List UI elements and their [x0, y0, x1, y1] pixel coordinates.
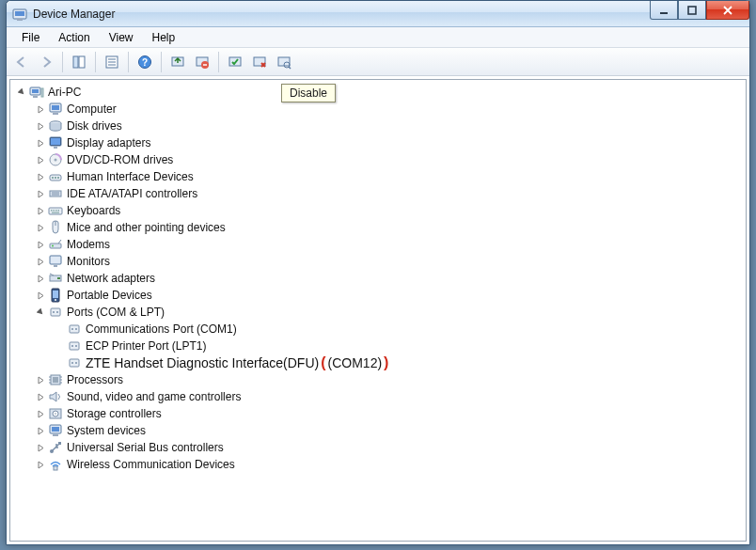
uninstall-button[interactable] — [191, 51, 213, 73]
expand-icon[interactable] — [35, 137, 46, 149]
separator — [218, 52, 219, 72]
expand-icon[interactable] — [35, 103, 46, 115]
svg-line-21 — [289, 67, 291, 69]
sound-icon — [48, 389, 63, 404]
toolbar: ? — [7, 48, 749, 76]
enable-button[interactable] — [224, 51, 246, 73]
menubar: File Action View Help — [7, 27, 749, 48]
category-ports[interactable]: Ports (COM & LPT) — [29, 304, 746, 321]
category-mice[interactable]: Mice and other pointing devices — [29, 219, 746, 236]
port-icon — [67, 355, 82, 370]
expand-icon[interactable] — [35, 273, 46, 284]
properties-button[interactable] — [101, 51, 123, 73]
expand-icon[interactable] — [35, 391, 46, 402]
expand-icon[interactable] — [35, 442, 46, 453]
svg-text:?: ? — [142, 57, 148, 68]
maximize-button[interactable] — [678, 1, 706, 20]
expand-icon[interactable] — [35, 120, 46, 132]
category-usb[interactable]: Universal Serial Bus controllers — [29, 439, 746, 456]
category-portable[interactable]: Portable Devices — [29, 287, 746, 304]
ide-icon — [48, 186, 63, 201]
collapse-icon[interactable] — [16, 86, 27, 98]
disable-button[interactable] — [248, 51, 271, 73]
update-driver-button[interactable] — [166, 51, 189, 73]
svg-rect-5 — [73, 56, 78, 68]
svg-rect-4 — [688, 7, 696, 14]
annotation-paren-left: ( — [319, 354, 327, 371]
titlebar[interactable]: Device Manager — [7, 1, 749, 27]
separator — [128, 52, 129, 72]
svg-rect-1 — [15, 11, 24, 16]
separator — [62, 52, 63, 72]
computer-icon — [29, 85, 44, 100]
separator — [95, 52, 96, 72]
category-dvd[interactable]: DVD/CD-ROM drives — [29, 151, 746, 168]
menu-help[interactable]: Help — [143, 29, 185, 46]
expand-icon[interactable] — [35, 222, 46, 233]
expand-icon[interactable] — [35, 171, 46, 182]
port-icon — [67, 322, 82, 337]
window-controls — [650, 1, 749, 20]
expand-icon[interactable] — [35, 374, 46, 385]
back-button[interactable] — [10, 51, 33, 73]
hid-icon — [48, 169, 63, 184]
expand-icon[interactable] — [35, 408, 46, 419]
disk-icon — [48, 118, 63, 134]
network-icon — [48, 271, 63, 286]
computer-icon — [48, 102, 63, 117]
category-keyboards[interactable]: Keyboards — [29, 202, 746, 219]
category-sound[interactable]: Sound, video and game controllers — [29, 388, 746, 405]
modem-icon — [48, 237, 63, 252]
dvd-icon — [48, 152, 63, 167]
wireless-icon — [48, 457, 63, 472]
expand-icon[interactable] — [35, 154, 46, 165]
category-monitors[interactable]: Monitors — [29, 253, 746, 270]
device-com1[interactable]: Communications Port (COM1) — [48, 321, 746, 338]
category-modems[interactable]: Modems — [29, 236, 746, 253]
storage-icon — [48, 406, 63, 421]
menu-file[interactable]: File — [12, 29, 49, 46]
device-zte-com12[interactable]: ZTE Handset Diagnostic Interface(DFU)((C… — [48, 354, 746, 371]
category-computer[interactable]: Computer — [29, 101, 746, 118]
expand-icon[interactable] — [35, 459, 46, 470]
expand-icon[interactable] — [35, 188, 46, 199]
expand-icon[interactable] — [35, 290, 46, 301]
device-tree-panel[interactable]: Disable Ari-PCComputerDisk drivesDisplay… — [9, 79, 747, 542]
category-system[interactable]: System devices — [29, 422, 746, 439]
expand-icon[interactable] — [35, 205, 46, 216]
device-manager-window: Device Manager File Action View Help ? D… — [6, 0, 750, 545]
category-wireless[interactable]: Wireless Communication Devices — [29, 456, 746, 473]
device-lpt1[interactable]: ECP Printer Port (LPT1) — [48, 338, 746, 354]
menu-view[interactable]: View — [100, 29, 143, 46]
category-display-adapters[interactable]: Display adapters — [29, 134, 746, 151]
display-icon — [48, 135, 63, 150]
annotation-paren-right: ) — [382, 354, 390, 371]
monitor-icon — [48, 254, 63, 269]
app-icon — [12, 7, 27, 22]
system-icon — [48, 423, 63, 438]
window-title: Device Manager — [33, 8, 115, 21]
close-button[interactable] — [706, 1, 749, 20]
svg-rect-3 — [660, 12, 668, 14]
expand-icon[interactable] — [35, 425, 46, 436]
category-ide[interactable]: IDE ATA/ATAPI controllers — [29, 185, 746, 202]
help-button[interactable]: ? — [134, 51, 156, 73]
forward-button[interactable] — [35, 51, 57, 73]
category-storage[interactable]: Storage controllers — [29, 405, 746, 422]
minimize-button[interactable] — [650, 1, 678, 20]
expand-icon[interactable] — [35, 239, 46, 250]
collapse-icon[interactable] — [35, 306, 46, 318]
category-hid[interactable]: Human Interface Devices — [29, 168, 746, 185]
category-processors[interactable]: Processors — [29, 371, 746, 388]
tooltip: Disable — [281, 84, 336, 102]
keyboard-icon — [48, 203, 63, 218]
scan-hardware-button[interactable] — [273, 51, 295, 73]
show-hide-tree-button[interactable] — [68, 51, 90, 73]
category-disk-drives[interactable]: Disk drives — [29, 118, 746, 134]
menu-action[interactable]: Action — [49, 29, 99, 46]
port-icon — [67, 338, 82, 354]
expand-icon[interactable] — [35, 256, 46, 267]
category-network[interactable]: Network adapters — [29, 270, 746, 287]
root-node[interactable]: Ari-PC — [10, 84, 746, 101]
svg-rect-6 — [79, 56, 85, 68]
